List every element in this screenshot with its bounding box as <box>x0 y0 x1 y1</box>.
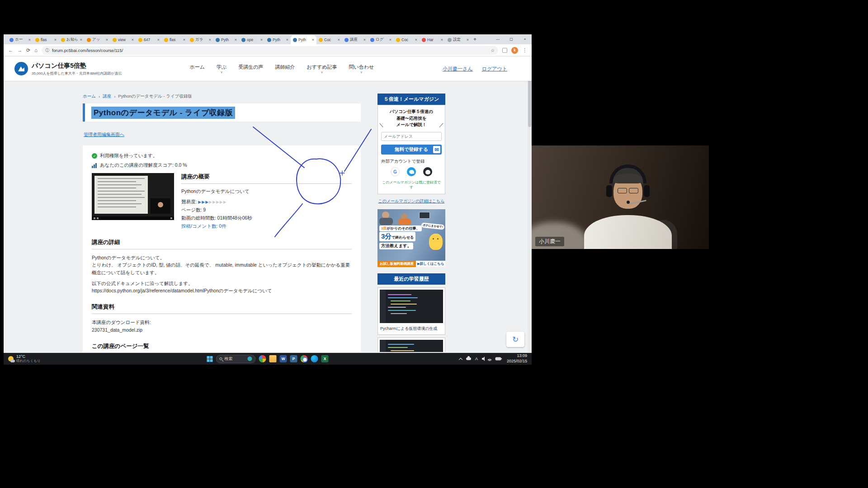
back-icon[interactable]: ← <box>8 47 13 53</box>
photos-app-icon[interactable] <box>259 355 266 362</box>
video-thumbnail[interactable] <box>92 173 174 220</box>
magazine-detail-link[interactable]: このメールマガジンの詳細はこちら <box>377 198 445 204</box>
history-item[interactable]: Pycharmによる仮想環境の生成 <box>377 287 445 335</box>
permission-text: 利用権限を持っています。 <box>100 153 157 159</box>
tab-close-icon[interactable]: × <box>363 38 366 42</box>
tab-close-icon[interactable]: × <box>209 38 211 42</box>
nav-item-contact[interactable]: 問い合わせ∨ <box>349 64 374 74</box>
browser-tab[interactable]: アッ× <box>85 35 110 44</box>
tab-close-icon[interactable]: × <box>235 38 237 42</box>
profile-avatar[interactable]: k <box>511 47 518 54</box>
tab-close-icon[interactable]: × <box>54 38 57 42</box>
browser-tab[interactable]: ホー× <box>7 35 33 44</box>
nav-item-learn[interactable]: 学ぶ∨ <box>217 64 226 74</box>
browser-tab[interactable]: Coc× <box>394 35 420 44</box>
browser-tab[interactable]: ガラ× <box>188 35 213 44</box>
tab-close-icon[interactable]: × <box>28 38 31 42</box>
admin-edit-link[interactable]: 管理者用編集画面へ <box>84 131 124 138</box>
start-button[interactable] <box>207 356 213 362</box>
logout-link[interactable]: ログアウト <box>482 66 507 72</box>
tab-close-icon[interactable]: × <box>312 38 314 42</box>
chrome-icon[interactable] <box>301 355 308 362</box>
bookmark-star-icon[interactable]: ☆ <box>491 48 495 53</box>
register-button[interactable]: 無料で登録する ✉ <box>381 145 442 155</box>
reload-icon[interactable]: ⟳ <box>26 47 30 53</box>
browser-tab[interactable]: Coc× <box>316 35 342 44</box>
maximize-button[interactable]: ▢ <box>505 34 518 43</box>
email-input[interactable] <box>381 132 442 141</box>
google-icon[interactable]: G <box>391 167 400 176</box>
home-icon[interactable]: ⌂ <box>34 47 38 53</box>
ad-banner[interactable]: 3日がかりのその仕事、 3分で終わらせる 方法教えます。 ボクにまかせて! お試… <box>377 209 445 267</box>
download-zip-link[interactable]: 230731_data_model.zip <box>92 326 352 333</box>
breadcrumb-courses-link[interactable]: 講座 <box>103 94 111 99</box>
tab-close-icon[interactable]: × <box>183 38 185 42</box>
participant-video: 小川慶一 <box>532 145 709 249</box>
weather-widget[interactable]: 12°C 晴れのちくもり <box>4 354 94 363</box>
tab-close-icon[interactable]: × <box>441 38 443 42</box>
nav-item-articles[interactable]: おすすめ記事∨ <box>307 64 337 74</box>
comments-link[interactable]: 投稿/コメント数: 0件 <box>181 223 352 230</box>
nav-item-voices[interactable]: 受講生の声 <box>238 64 263 74</box>
ad-footer-link[interactable]: ▶詳しくはこちら <box>416 261 445 267</box>
ime-indicator[interactable]: A <box>475 357 478 361</box>
nav-label: 学ぶ <box>217 64 226 70</box>
taskbar-search[interactable]: 検索 <box>216 355 256 363</box>
python-app-icon[interactable]: P <box>290 355 297 362</box>
tab-close-icon[interactable]: × <box>132 38 134 42</box>
breadcrumb-home-link[interactable]: ホーム <box>83 94 96 99</box>
site-logo[interactable]: パソコン仕事5倍塾 35,000人を指導した東大卒・元日本IBM社内講師が直伝 <box>14 62 122 76</box>
browser-tab[interactable]: お知ら× <box>59 35 85 44</box>
browser-tab[interactable]: 講座× <box>342 35 368 44</box>
browser-tab-active[interactable]: Pyth× <box>291 35 316 44</box>
browser-tab[interactable]: view× <box>110 35 136 44</box>
tab-favicon <box>87 38 91 42</box>
tab-close-icon[interactable]: × <box>286 38 288 42</box>
edge-icon[interactable] <box>311 355 318 362</box>
nav-item-home[interactable]: ホーム <box>189 64 205 74</box>
site-info-icon[interactable]: ⓘ <box>45 47 49 53</box>
browser-tab[interactable]: ログ× <box>368 35 394 44</box>
new-tab-button[interactable]: + <box>473 36 476 42</box>
tab-close-icon[interactable]: × <box>338 38 340 42</box>
user-account-link[interactable]: 小川慶一さん <box>443 66 473 72</box>
tab-close-icon[interactable]: × <box>157 38 160 42</box>
tab-close-icon[interactable]: × <box>467 38 469 42</box>
browser-tab[interactable]: ope× <box>239 35 265 44</box>
close-button[interactable]: × <box>518 34 532 43</box>
onedrive-icon[interactable] <box>466 357 471 360</box>
nav-item-instructors[interactable]: 講師紹介 <box>275 64 295 74</box>
tab-close-icon[interactable]: × <box>80 38 82 42</box>
address-bar[interactable]: ⓘ forum.pc5bai.com/lesson/course/115/ ☆ <box>42 46 498 55</box>
difficulty-filled-arrows: ▶▶▶ <box>198 200 209 204</box>
file-explorer-icon[interactable] <box>269 355 277 362</box>
taskbar-clock[interactable]: 13:09 2025/02/15 <box>507 353 527 364</box>
browser-tab[interactable]: 設定× <box>445 35 471 44</box>
page-scrollbar[interactable] <box>528 56 532 353</box>
network-volume-battery-icons[interactable] <box>482 356 503 361</box>
tab-favicon <box>293 38 297 42</box>
forward-icon[interactable]: → <box>17 47 22 53</box>
url-text[interactable]: forum.pc5bai.com/lesson/course/115/ <box>52 48 488 53</box>
minimize-button[interactable]: — <box>491 34 505 43</box>
tab-close-icon[interactable]: × <box>389 38 392 42</box>
excel-icon[interactable]: X <box>321 355 329 362</box>
tray-chevron-up-icon[interactable] <box>459 357 462 361</box>
browser-tab[interactable]: 647× <box>136 35 162 44</box>
browser-tab[interactable]: flas× <box>33 35 59 44</box>
history-item-caption[interactable]: Pycharmによる仮想環境の生成 <box>378 325 445 334</box>
github-icon[interactable] <box>423 167 432 176</box>
browser-tab[interactable]: flas× <box>162 35 188 44</box>
extensions-icon[interactable] <box>502 48 507 53</box>
browser-tab[interactable]: Pyth× <box>213 35 239 44</box>
twitter-icon[interactable] <box>407 167 416 176</box>
chrome-menu-icon[interactable]: ⋮ <box>522 47 527 53</box>
tab-close-icon[interactable]: × <box>415 38 417 42</box>
word-app-icon[interactable]: W <box>280 355 287 362</box>
history-item[interactable] <box>377 338 445 352</box>
tab-close-icon[interactable]: × <box>260 38 263 42</box>
tab-close-icon[interactable]: × <box>106 38 108 42</box>
browser-tab[interactable]: Har× <box>420 35 445 44</box>
recaptcha-badge[interactable]: ↻ <box>506 332 524 347</box>
browser-tab[interactable]: Pyth× <box>265 35 291 44</box>
